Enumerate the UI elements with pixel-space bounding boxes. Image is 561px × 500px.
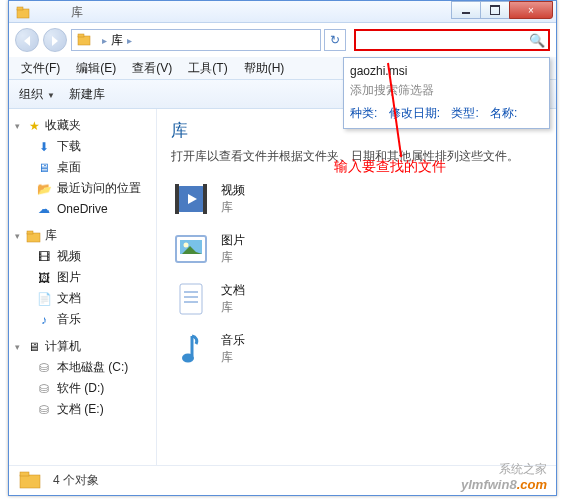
menu-edit[interactable]: 编辑(E) [70,58,122,79]
menu-tools[interactable]: 工具(T) [182,58,233,79]
library-item-music[interactable]: 音乐库 [171,329,542,369]
titlebar[interactable]: 库 × [9,1,556,23]
drive-icon: ⛁ [35,360,53,376]
wm-a: ylmfwin8 [461,477,517,492]
tree-item-desktop[interactable]: 🖥桌面 [35,157,156,178]
tree-item-label: 软件 (D:) [57,380,104,397]
chevron-down-icon: ▾ [15,342,25,352]
libraries-icon [25,228,43,244]
content-pane[interactable]: 库 打开库以查看文件并根据文件夹、日期和其他属性排列这些文件。 视频库 图片库 … [157,109,556,465]
address-bar[interactable]: ▸ 库 ▸ [71,29,321,51]
app-icon [15,4,31,20]
breadcrumb-arrow: ▸ [98,35,111,46]
filter-date[interactable]: 修改日期: [389,106,440,120]
tree-header-favorites[interactable]: ▾ ★ 收藏夹 [9,115,156,136]
library-item-documents[interactable]: 文档库 [171,279,542,319]
filter-name[interactable]: 名称: [490,106,517,120]
svg-rect-8 [203,184,207,214]
refresh-button[interactable]: ↻ [324,29,346,51]
svg-rect-5 [27,231,33,234]
close-icon: × [528,5,534,16]
tree-item-label: 图片 [57,269,81,286]
document-icon [171,279,211,319]
svg-rect-20 [20,472,29,476]
status-icon [17,468,45,493]
nav-pane[interactable]: ▾ ★ 收藏夹 ⬇下载 🖥桌面 📂最近访问的位置 ☁OneDrive ▾ 库 [9,109,157,465]
svg-rect-14 [180,284,202,314]
maximize-button[interactable] [480,1,510,19]
tree-item-label: 视频 [57,248,81,265]
suggest-filters: 种类: 修改日期: 类型: 名称: [350,101,543,124]
menu-help[interactable]: 帮助(H) [238,58,291,79]
picture-icon: 🖼 [35,270,53,286]
item-name: 视频 [221,182,245,199]
search-icon: 🔍 [529,33,545,48]
suggest-hint: 添加搜索筛选器 [350,80,543,101]
desktop-icon: 🖥 [35,160,53,176]
star-icon: ★ [25,118,43,134]
tree-label: 计算机 [45,338,81,355]
library-item-pictures[interactable]: 图片库 [171,229,542,269]
organize-button[interactable]: 组织▼ [19,86,55,103]
wm-b: .com [517,477,547,492]
tree-computer: ▾ 🖥 计算机 ⛁本地磁盘 (C:) ⛁软件 (D:) ⛁文档 (E:) [9,336,156,420]
page-description: 打开库以查看文件并根据文件夹、日期和其他属性排列这些文件。 [171,148,542,165]
tree-item-drive-d[interactable]: ⛁软件 (D:) [35,378,156,399]
close-button[interactable]: × [509,1,553,19]
tree-item-onedrive[interactable]: ☁OneDrive [35,199,156,219]
tree-item-label: 文档 [57,290,81,307]
tree-label: 库 [45,227,57,244]
forward-button[interactable] [43,28,67,52]
svg-rect-4 [27,233,40,242]
breadcrumb-item[interactable]: 库 [111,32,123,49]
filter-kind[interactable]: 种类: [350,106,377,120]
drive-icon: ⛁ [35,402,53,418]
item-name: 图片 [221,232,245,249]
filter-type[interactable]: 类型: [451,106,478,120]
tree-libraries: ▾ 库 🎞视频 🖼图片 📄文档 ♪音乐 [9,225,156,330]
suggest-typed[interactable]: gaozhi.msi [350,62,543,80]
breadcrumb-arrow: ▸ [123,35,136,46]
menu-view[interactable]: 查看(V) [126,58,178,79]
tree-item-label: 文档 (E:) [57,401,104,418]
window-title: 库 [71,4,83,21]
svg-rect-19 [20,475,40,488]
cloud-icon: ☁ [35,201,53,217]
music-icon: ♪ [35,312,53,328]
item-sub: 库 [221,349,245,366]
search-suggest-popup: gaozhi.msi 添加搜索筛选器 种类: 修改日期: 类型: 名称: [343,57,550,129]
tree-header-libraries[interactable]: ▾ 库 [9,225,156,246]
chevron-down-icon: ▼ [47,91,55,100]
tree-item-pictures[interactable]: 🖼图片 [35,267,156,288]
svg-rect-1 [17,7,23,10]
watermark-url: ylmfwin8.com [461,477,547,492]
tree-item-music[interactable]: ♪音乐 [35,309,156,330]
tree-item-drive-c[interactable]: ⛁本地磁盘 (C:) [35,357,156,378]
tree-item-downloads[interactable]: ⬇下载 [35,136,156,157]
minimize-button[interactable] [451,1,481,19]
search-input[interactable]: 🔍 [354,29,550,51]
tree-item-label: OneDrive [57,202,108,216]
svg-point-18 [182,354,194,363]
svg-rect-0 [17,9,29,18]
tree-item-videos[interactable]: 🎞视频 [35,246,156,267]
tree-item-documents[interactable]: 📄文档 [35,288,156,309]
back-button[interactable] [15,28,39,52]
tree-header-computer[interactable]: ▾ 🖥 计算机 [9,336,156,357]
document-icon: 📄 [35,291,53,307]
body: ▾ ★ 收藏夹 ⬇下载 🖥桌面 📂最近访问的位置 ☁OneDrive ▾ 库 [9,109,556,465]
library-item-videos[interactable]: 视频库 [171,179,542,219]
music-icon [171,329,211,369]
item-sub: 库 [221,299,245,316]
computer-icon: 🖥 [25,339,43,355]
svg-point-12 [184,243,189,248]
chevron-down-icon: ▾ [15,121,25,131]
tree-item-drive-e[interactable]: ⛁文档 (E:) [35,399,156,420]
picture-icon [171,229,211,269]
tree-item-recent[interactable]: 📂最近访问的位置 [35,178,156,199]
status-count: 4 个对象 [53,472,99,489]
tree-item-label: 下载 [57,138,81,155]
newlib-button[interactable]: 新建库 [69,86,105,103]
menu-file[interactable]: 文件(F) [15,58,66,79]
explorer-window: 库 × ▸ 库 ▸ ↻ 🔍 文件(F) 编辑(E) 查看(V) 工具(T) 帮助… [8,0,557,496]
